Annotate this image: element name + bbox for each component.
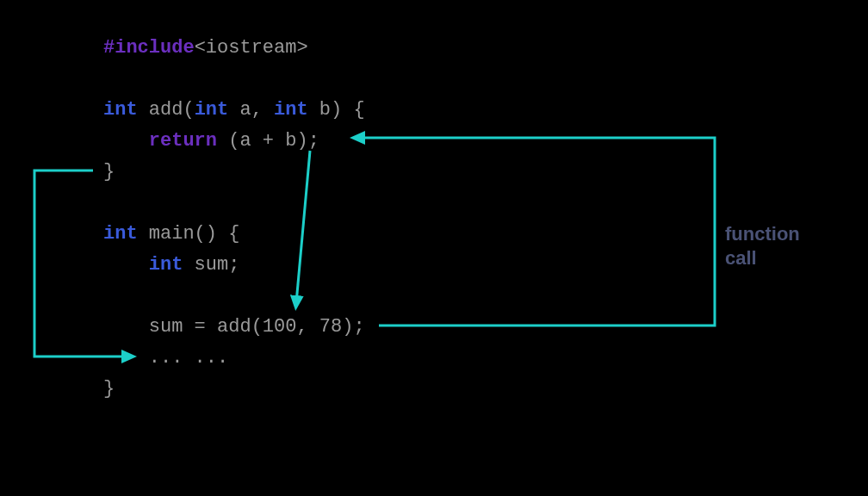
code-text: b) {: [308, 99, 365, 121]
keyword-int: int: [274, 99, 308, 121]
code-line-10: sum = add(100, 78);: [103, 312, 365, 343]
keyword-return: return: [149, 130, 217, 152]
arrow-call-to-function: [357, 138, 715, 326]
keyword-int: int: [103, 99, 138, 121]
code-text: a,: [228, 99, 274, 121]
code-text: <iostream>: [195, 37, 308, 59]
function-call-label: function call: [725, 222, 800, 270]
code-text: sum;: [183, 254, 239, 276]
label-line-1: function: [725, 222, 800, 246]
code-text: main() {: [138, 223, 240, 245]
code-indent: [103, 254, 149, 276]
code-line-4: return (a + b);: [103, 126, 365, 157]
keyword-int: int: [149, 254, 183, 276]
keyword-include: #include: [103, 37, 195, 59]
code-line-1: #include<iostream>: [103, 33, 365, 64]
keyword-int: int: [103, 223, 138, 245]
code-line-blank: [103, 64, 365, 95]
code-line-5: }: [103, 157, 365, 188]
code-text: (a + b);: [217, 130, 319, 152]
label-line-2: call: [725, 246, 800, 270]
code-block: #include<iostream> int add(int a, int b)…: [103, 33, 365, 405]
keyword-int: int: [195, 99, 229, 121]
code-line-7: int main() {: [103, 219, 365, 250]
code-line-blank: [103, 281, 365, 312]
code-line-blank: [103, 188, 365, 219]
code-text: add(: [138, 99, 195, 121]
code-line-8: int sum;: [103, 250, 365, 281]
code-line-3: int add(int a, int b) {: [103, 95, 365, 126]
code-line-11: ... ...: [103, 343, 365, 374]
code-line-12: }: [103, 374, 365, 405]
code-indent: [103, 130, 149, 152]
